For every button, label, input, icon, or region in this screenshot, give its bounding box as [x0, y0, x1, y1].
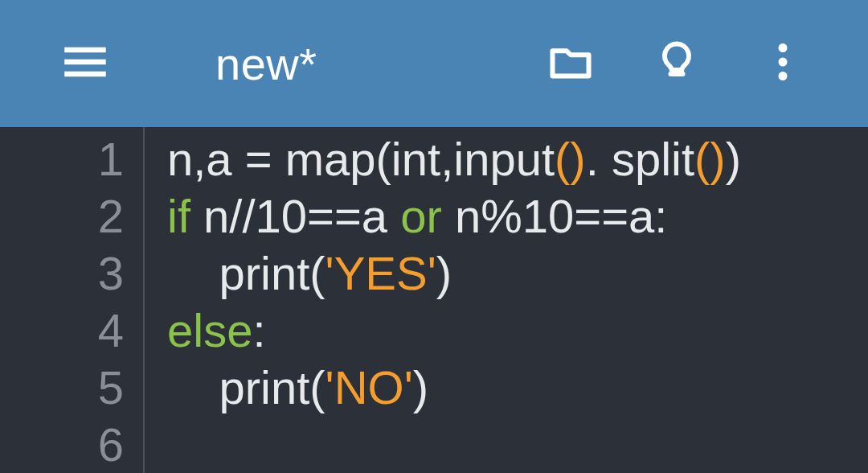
code-token: if: [167, 190, 190, 242]
open-folder-button[interactable]: [543, 36, 598, 91]
code-token: or: [400, 190, 442, 242]
code-token: 'NO': [326, 361, 413, 413]
code-token: (): [555, 133, 586, 185]
line-number: 2: [0, 187, 124, 245]
svg-point-5: [779, 72, 788, 80]
code-token: (): [694, 133, 726, 185]
code-token: n,a = map(int,input: [167, 133, 555, 185]
line-number-gutter: 1 2 3 4 5 6: [0, 127, 145, 473]
code-token: . split: [586, 133, 694, 185]
code-line[interactable]: if n//10==a or n%10==a:: [167, 187, 868, 245]
more-button[interactable]: [755, 36, 810, 91]
code-token: n%10==a:: [442, 190, 668, 242]
code-token: :: [252, 304, 265, 356]
code-token: else: [167, 304, 252, 356]
hamburger-icon: [61, 38, 109, 89]
svg-point-4: [779, 58, 788, 67]
code-line[interactable]: n,a = map(int,input(). split()): [167, 130, 868, 187]
code-token: print(: [167, 361, 326, 413]
line-number: 6: [0, 416, 124, 473]
code-token: ): [726, 133, 741, 185]
code-token: n//10==a: [190, 190, 400, 242]
code-token: 'YES': [326, 247, 436, 299]
more-vert-icon: [759, 38, 807, 89]
file-title: new*: [215, 38, 518, 90]
line-number: 1: [0, 130, 124, 187]
folder-icon: [547, 38, 595, 89]
line-number: 3: [0, 245, 124, 302]
line-number: 4: [0, 302, 124, 359]
lightbulb-icon: [653, 38, 701, 89]
code-token: ): [436, 247, 452, 299]
code-line[interactable]: else:: [167, 302, 868, 359]
menu-button[interactable]: [58, 36, 113, 91]
code-line[interactable]: print('YES'): [167, 245, 868, 302]
line-number: 5: [0, 359, 124, 416]
code-area[interactable]: n,a = map(int,input(). split())if n//10=…: [145, 127, 868, 473]
code-token: ): [413, 361, 428, 413]
svg-point-3: [779, 43, 788, 52]
code-line[interactable]: print('NO'): [167, 359, 868, 416]
code-token: print(: [167, 247, 326, 299]
code-editor[interactable]: 1 2 3 4 5 6 n,a = map(int,input(). split…: [0, 127, 868, 473]
hint-button[interactable]: [649, 36, 704, 91]
code-line[interactable]: [167, 416, 868, 473]
toolbar: new*: [0, 0, 868, 127]
